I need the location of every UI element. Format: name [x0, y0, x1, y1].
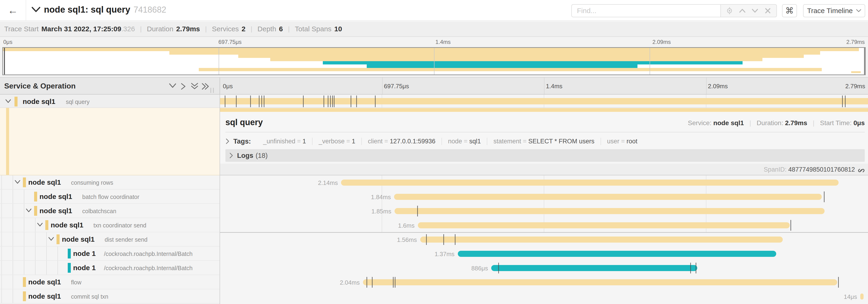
copy-link-icon[interactable]: [857, 167, 865, 174]
tag-value: 1: [303, 138, 306, 145]
chevron-down-icon[interactable]: [14, 179, 21, 185]
clear-search-icon[interactable]: [764, 7, 772, 15]
tag-statement: statement = SELECT * FROM users: [487, 138, 600, 145]
prev-match-icon[interactable]: [738, 7, 746, 15]
chevron-down-icon[interactable]: [26, 208, 32, 213]
tags-section-toggle[interactable]: Tags: _unfinished = 1_verbose = 1client …: [225, 135, 644, 147]
tree-indent-guide: [1, 190, 2, 203]
timeline-row-flow: 2.04ms: [220, 275, 868, 289]
find-input[interactable]: [571, 4, 720, 17]
minimap-range-handle-left[interactable]: [4, 48, 5, 74]
span-duration-label: 2.04ms: [340, 279, 360, 286]
collapse-all-icon[interactable]: [191, 83, 198, 90]
minimap-axis-label: 2.79ms: [846, 39, 865, 45]
timeline-rows: sql query Service: node sql1 | Duration:…: [220, 95, 868, 304]
log-marker: [356, 96, 357, 107]
span-bar[interactable]: [394, 194, 822, 200]
span-bar[interactable]: [420, 237, 783, 243]
trace-meta-bar: Trace Start March 31 2022, 17:25:09 .326…: [0, 22, 868, 37]
tree-indent-guide: [12, 275, 13, 289]
span-bar[interactable]: [363, 279, 837, 285]
log-marker: [323, 96, 324, 107]
collapse-one-icon[interactable]: [169, 83, 177, 90]
tag-value: root: [626, 138, 638, 145]
tag-value: 1: [352, 138, 355, 145]
span-service-name: node sql1: [51, 221, 83, 229]
log-marker: [303, 96, 304, 107]
tree-indent-guide: [46, 246, 47, 260]
tree-indent-guide: [24, 246, 24, 260]
tree-indent-guide: [1, 218, 2, 232]
chevron-down-icon[interactable]: [37, 222, 43, 228]
total-spans-label: Total Spans: [295, 25, 332, 33]
match-locate-icon[interactable]: [725, 7, 734, 15]
log-marker: [264, 96, 265, 107]
tree-indent-guide: [1, 175, 2, 189]
detail-accent-bar: [6, 108, 9, 175]
span-bar[interactable]: [458, 251, 776, 257]
span-operation-name: colbatchscan: [82, 208, 116, 214]
detail-row-left-gutter: [0, 108, 220, 175]
next-match-icon[interactable]: [751, 7, 759, 15]
trace-start-value: March 31 2022, 17:25:09: [41, 25, 121, 33]
tree-row-batch-flow-coordinator[interactable]: node sql1batch flow coordinator: [0, 190, 220, 204]
timeline-header-row: Service & Operation 0μs697.75μs1.4ms2.09…: [0, 77, 868, 95]
span-operation-name: flow: [71, 279, 81, 286]
tree-indent-guide: [12, 175, 13, 189]
total-spans-value: 10: [334, 25, 342, 33]
timeline-row-sql-query[interactable]: [220, 95, 868, 108]
panel-divider[interactable]: [220, 95, 220, 304]
top-header: ← node sql1: sql query7418682: [0, 0, 868, 21]
tag-equals: =: [521, 138, 528, 145]
logs-section-toggle[interactable]: Logs (18): [225, 149, 865, 162]
span-color-chip: [57, 234, 60, 244]
log-marker: [455, 234, 456, 245]
chevron-down-icon[interactable]: [5, 99, 11, 104]
minimap-span-bar: [169, 51, 820, 55]
log-marker: [225, 96, 225, 107]
tag-value: SELECT * FROM users: [528, 138, 594, 145]
back-button[interactable]: ←: [0, 0, 26, 21]
timeline-row-colbatchscan: 1.85ms: [220, 204, 868, 218]
keyboard-shortcuts-button[interactable]: ⌘: [782, 4, 797, 17]
tree-row-sql-query[interactable]: node sql1 sql query: [0, 95, 220, 108]
tree-indent-guide: [12, 289, 13, 303]
tree-row-txn-coordinator-send[interactable]: node sql1txn coordinator send: [0, 218, 220, 232]
span-color-chip: [23, 277, 26, 287]
panel-resize-handle[interactable]: [211, 88, 214, 93]
minimap-range-handle-right[interactable]: [864, 48, 865, 74]
services-value: 2: [242, 25, 246, 33]
log-marker: [375, 96, 376, 107]
span-bar[interactable]: [341, 179, 838, 185]
spanid-label: SpanID:: [764, 166, 787, 173]
minimap-canvas[interactable]: [2, 47, 866, 75]
span-bar[interactable]: [491, 265, 697, 271]
span-bar[interactable]: [395, 208, 825, 214]
expand-one-icon[interactable]: [180, 83, 188, 90]
span-bar-sql-query[interactable]: [220, 98, 868, 104]
depth-label: Depth: [257, 25, 276, 33]
span-color-chip: [14, 97, 18, 106]
log-marker: [351, 96, 351, 107]
axis-tick: [706, 77, 707, 94]
span-bar[interactable]: [860, 294, 864, 300]
tree-row--cockroach-roachpb-internal-batch[interactable]: node 1/cockroach.roachpb.Internal/Batch: [0, 261, 220, 275]
tree-indent-guide: [1, 275, 2, 289]
minimap-gridline: [434, 48, 434, 74]
span-operation-name: txn coordinator send: [93, 222, 147, 229]
view-mode-dropdown[interactable]: Trace Timeline: [803, 4, 865, 17]
tree-row-commit-sql-txn[interactable]: node sql1commit sql txn: [0, 289, 220, 304]
chevron-down-icon[interactable]: [48, 237, 54, 242]
tree-row-flow[interactable]: node sql1flow: [0, 275, 220, 289]
tree-row--cockroach-roachpb-internal-batch[interactable]: node 1/cockroach.roachpb.Internal/Batch: [0, 246, 220, 261]
span-service-name: node sql1: [28, 178, 61, 186]
span-bar[interactable]: [418, 222, 790, 228]
tree-row-colbatchscan[interactable]: node sql1colbatchscan: [0, 204, 220, 218]
trace-collapse-chevron-icon[interactable]: [31, 6, 41, 12]
tree-row-dist-sender-send[interactable]: node sql1dist sender send: [0, 232, 220, 246]
tree-row-consuming-rows[interactable]: node sql1consuming rows: [0, 175, 220, 190]
tag-equals: =: [344, 138, 352, 145]
expand-all-icon[interactable]: [202, 83, 209, 90]
tree-indent-guide: [35, 261, 35, 275]
span-operation-name: dist sender send: [105, 236, 147, 243]
